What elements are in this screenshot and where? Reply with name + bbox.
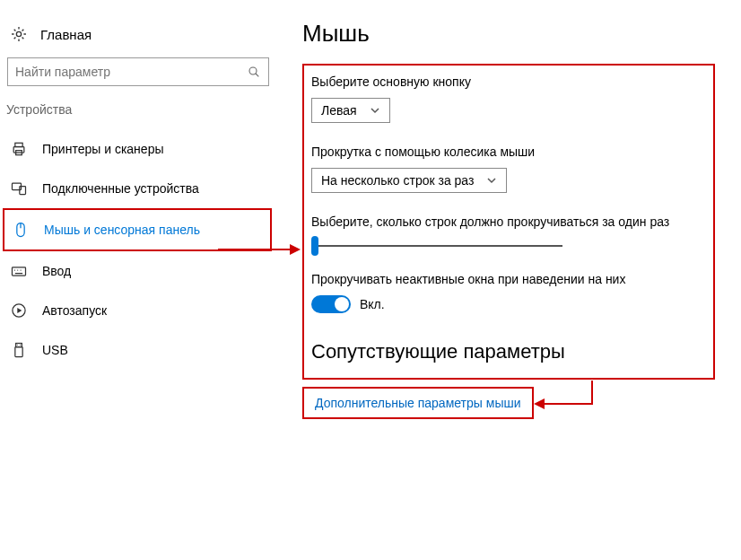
mouse-icon [12, 221, 30, 239]
primary-button-label: Выберите основную кнопку [311, 74, 706, 89]
sidebar-item-mouse[interactable]: Мышь и сенсорная панель [3, 208, 272, 251]
slider-thumb[interactable] [311, 236, 318, 256]
sidebar-item-label: Мышь и сенсорная панель [44, 223, 200, 237]
sidebar-item-usb[interactable]: USB [3, 330, 272, 370]
search-input-container[interactable] [7, 57, 269, 86]
svg-rect-3 [15, 143, 22, 146]
sidebar-item-label: Автозапуск [42, 303, 107, 318]
svg-rect-11 [15, 347, 22, 357]
chevron-down-icon [370, 105, 380, 116]
autoplay-icon [10, 302, 28, 319]
svg-point-1 [249, 67, 257, 74]
section-heading: Устройства [3, 102, 272, 129]
home-label: Главная [40, 27, 92, 42]
annotation-highlight-link: Дополнительные параметры мыши [302, 387, 534, 419]
sidebar-item-label: Подключенные устройства [42, 181, 199, 196]
sidebar-item-autoplay[interactable]: Автозапуск [3, 291, 272, 330]
lines-label: Выберите, сколько строк должно прокручив… [311, 214, 706, 229]
page-title: Мышь [302, 20, 715, 48]
svg-marker-13 [290, 244, 301, 255]
svg-rect-8 [13, 267, 26, 276]
usb-icon [10, 341, 28, 359]
devices-icon [10, 179, 28, 197]
primary-button-dropdown[interactable]: Левая [311, 98, 390, 123]
lines-slider[interactable] [311, 238, 562, 254]
dropdown-value: Левая [321, 103, 357, 118]
slider-track-line [311, 245, 562, 247]
svg-rect-10 [16, 344, 22, 347]
sidebar-item-connected[interactable]: Подключенные устройства [3, 169, 272, 208]
dropdown-value: На несколько строк за раз [321, 173, 474, 188]
inactive-toggle[interactable] [311, 295, 351, 313]
inactive-label: Прокручивать неактивные окна при наведен… [311, 272, 706, 286]
sidebar-item-label: Принтеры и сканеры [42, 142, 163, 156]
main-panel: Мышь Выберите основную кнопку Левая Прок… [302, 20, 715, 419]
gear-icon [10, 25, 28, 43]
sidebar-item-printers[interactable]: Принтеры и сканеры [3, 129, 272, 169]
sidebar-item-label: Ввод [42, 264, 71, 278]
scroll-dropdown[interactable]: На несколько строк за раз [311, 168, 507, 193]
search-icon [247, 65, 261, 79]
toggle-state-label: Вкл. [360, 297, 385, 311]
related-heading: Сопутствующие параметры [311, 340, 706, 363]
annotation-highlight-main: Выберите основную кнопку Левая Прокрутка… [302, 64, 715, 380]
home-nav[interactable]: Главная [3, 18, 272, 57]
svg-point-0 [16, 31, 21, 36]
chevron-down-icon [486, 175, 497, 186]
additional-mouse-link[interactable]: Дополнительные параметры мыши [315, 396, 521, 410]
sidebar-item-label: USB [42, 343, 68, 357]
keyboard-icon [10, 262, 28, 280]
search-input[interactable] [15, 65, 247, 79]
scroll-label: Прокрутка с помощью колесика мыши [311, 144, 706, 159]
toggle-knob [335, 297, 349, 311]
sidebar: Главная Устройства Принтеры и сканеры По… [3, 18, 272, 370]
sidebar-item-typing[interactable]: Ввод [3, 251, 272, 291]
printer-icon [10, 140, 28, 158]
svg-rect-2 [13, 147, 24, 153]
